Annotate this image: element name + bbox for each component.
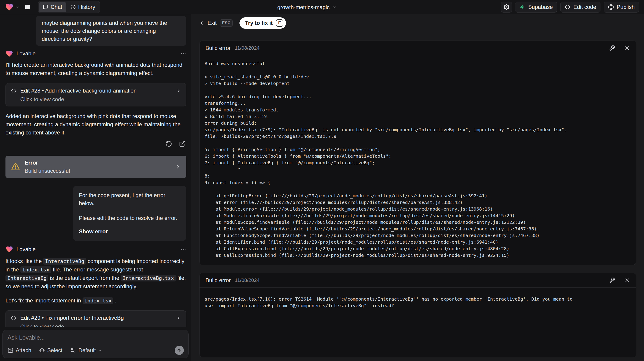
more-options-icon[interactable]	[180, 246, 186, 252]
chat-panel: maybe diagramming points and when you mo…	[0, 14, 191, 361]
show-error-link[interactable]: Show error	[79, 227, 180, 235]
model-label: Default	[78, 347, 96, 354]
lovable-logo-menu[interactable]	[5, 3, 19, 11]
error-panel-title: Build error	[206, 277, 231, 284]
fix-bar: Exit ESC Try to fix it F	[199, 17, 636, 29]
inline-code: InteractiveBg.tsx	[121, 275, 176, 282]
edit-card-title: Edit #28 • Add interactive background an…	[20, 87, 136, 94]
lovable-heart-icon	[6, 245, 13, 253]
tab-chat[interactable]: Chat	[39, 2, 66, 12]
send-button[interactable]	[175, 346, 184, 355]
error-card-subtitle: Build unsuccessful	[25, 168, 70, 174]
topbar: Chat History growth-metrics-magic S	[0, 0, 644, 14]
wrench-icon[interactable]	[609, 277, 615, 283]
message-actions	[6, 140, 186, 148]
tab-chat-label: Chat	[51, 4, 62, 10]
error-panel-header: Build error 11/08/2024	[200, 41, 636, 55]
edit-code-button[interactable]: Edit code	[560, 1, 600, 12]
user-message: maybe diagramming points and when you mo…	[36, 16, 186, 46]
lovable-heart-icon	[5, 3, 14, 11]
tab-history[interactable]: History	[66, 2, 100, 12]
exit-label: Exit	[208, 20, 217, 26]
chevron-down-icon	[98, 348, 102, 352]
assistant-header: Lovable	[6, 245, 186, 253]
build-error-log: src/pages/Index.tsx(7,10): error TS2614:…	[204, 296, 583, 309]
target-icon	[39, 347, 45, 353]
user-message-line: For the code present, I get the error be…	[79, 191, 180, 207]
chat-message-list[interactable]: maybe diagramming points and when you mo…	[0, 14, 191, 327]
close-icon[interactable]	[624, 45, 630, 51]
chat-history-tabgroup: Chat History	[38, 1, 100, 13]
user-message-line: Please edit the code to resolve the erro…	[79, 214, 180, 222]
code-icon	[565, 4, 570, 10]
chat-bubble-icon	[43, 4, 48, 10]
wrench-icon[interactable]	[609, 45, 615, 51]
chevron-left-icon	[199, 20, 204, 25]
code-icon	[11, 88, 17, 94]
image-attach-icon	[8, 347, 14, 353]
preview-area: Exit ESC Try to fix it F Build error 11/…	[191, 14, 644, 361]
publish-label: Publish	[617, 4, 635, 10]
f-key-badge: F	[276, 19, 283, 27]
project-selector[interactable]: growth-metrics-magic	[277, 0, 337, 14]
error-panel-date: 11/08/2024	[235, 277, 260, 283]
arrow-up-icon	[177, 348, 182, 353]
chevron-right-icon	[175, 164, 181, 170]
supabase-label: Supabase	[528, 4, 553, 10]
error-panel-date: 11/08/2024	[235, 45, 260, 51]
edit-card-subtitle: Click to view code	[11, 96, 181, 103]
assistant-message-text: Let's fix the import statement in Index.…	[6, 297, 186, 305]
project-name: growth-metrics-magic	[277, 4, 330, 10]
sidebar-panel-icon	[24, 4, 31, 10]
inline-code: InteractiveBg	[43, 258, 86, 265]
error-panel-title: Build error	[206, 45, 231, 51]
chevron-down-icon	[332, 5, 337, 9]
assistant-message-text: I'll help create an interactive backgrou…	[6, 61, 186, 77]
user-message: For the code present, I get the error be…	[73, 186, 186, 241]
build-error-panel-1: Build error 11/08/2024 Build was unsucce…	[199, 40, 636, 265]
more-options-icon[interactable]	[180, 51, 186, 56]
inline-code: Index.tsx	[82, 297, 113, 304]
publish-button[interactable]: Publish	[604, 1, 639, 12]
gear-icon	[504, 4, 510, 10]
inline-code: Index.tsx	[20, 266, 51, 273]
supabase-bolt-icon	[520, 4, 526, 10]
build-error-panel-2: Build error 11/08/2024 src/pages/Index.t…	[199, 273, 636, 357]
build-error-log: Build was unsuccessful > vite_react_shad…	[204, 60, 630, 259]
build-error-card[interactable]: Error Build unsuccessful	[6, 156, 186, 178]
edit-card-28[interactable]: Edit #28 • Add interactive background an…	[6, 83, 186, 106]
assistant-message-text: Added an interactive background with pin…	[6, 112, 186, 137]
attach-button[interactable]: Attach	[8, 347, 31, 354]
chevron-down-icon	[15, 5, 19, 9]
select-label: Select	[47, 347, 62, 354]
lovable-heart-icon	[6, 50, 13, 57]
try-to-fix-button[interactable]: Try to fix it F	[240, 17, 286, 29]
error-card-title: Error	[25, 159, 70, 166]
select-element-button[interactable]: Select	[39, 347, 62, 354]
edit-card-29[interactable]: Edit #29 • Fix import error for Interact…	[6, 310, 186, 327]
sliders-icon	[70, 347, 76, 353]
model-selector[interactable]: Default	[70, 347, 102, 354]
assistant-name: Lovable	[16, 246, 36, 253]
settings-button[interactable]	[501, 1, 512, 12]
edit-card-subtitle: Click to view code	[11, 323, 181, 327]
esc-key-badge: ESC	[220, 19, 232, 27]
chevron-right-icon	[176, 88, 181, 93]
chevron-right-icon	[176, 316, 181, 321]
assistant-message-text: It looks like the InteractiveBg componen…	[6, 257, 186, 291]
tab-history-label: History	[78, 4, 95, 10]
history-icon	[70, 4, 76, 10]
toggle-sidebar-button[interactable]	[22, 2, 33, 12]
close-icon[interactable]	[624, 277, 630, 283]
edit-card-title: Edit #29 • Fix import error for Interact…	[20, 315, 124, 321]
inline-code: InteractiveBg	[6, 275, 48, 282]
assistant-header: Lovable	[6, 50, 186, 57]
globe-icon	[608, 4, 614, 10]
code-icon	[11, 315, 17, 321]
assistant-name: Lovable	[16, 50, 36, 57]
exit-button[interactable]: Exit ESC	[199, 19, 232, 27]
open-external-icon[interactable]	[178, 140, 186, 148]
restore-icon[interactable]	[165, 140, 173, 148]
chat-input[interactable]	[8, 334, 184, 343]
supabase-button[interactable]: Supabase	[515, 1, 557, 12]
